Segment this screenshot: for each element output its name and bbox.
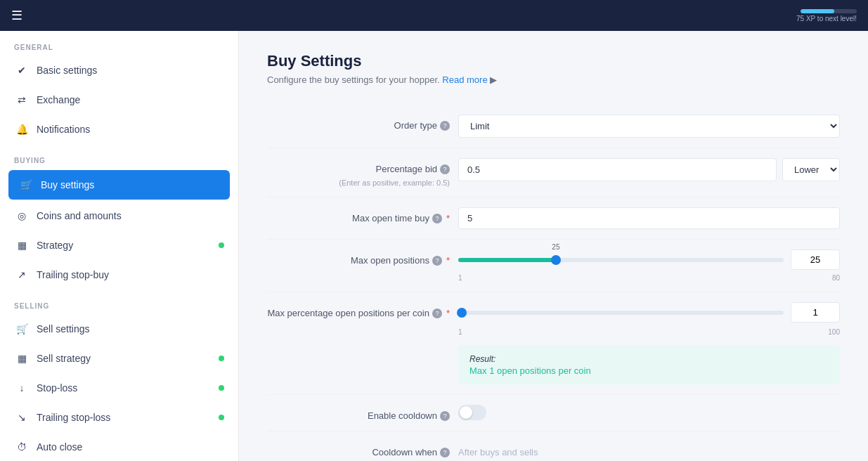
strategy-dot — [219, 242, 224, 248]
sidebar-item-label: Notifications — [37, 124, 90, 135]
xp-bar-container: 75 XP to next level! — [796, 9, 857, 22]
percentage-bid-row: Percentage bid ? (Enter as positive, exa… — [267, 148, 840, 197]
max-open-positions-value[interactable] — [791, 249, 840, 270]
sidebar-item-label: Sell strategy — [37, 353, 91, 364]
max-open-time-buy-input[interactable] — [458, 207, 840, 229]
max-open-positions-slider-container: 25 1 80 — [458, 249, 840, 282]
cooldown-when-help-icon[interactable]: ? — [440, 448, 450, 457]
sidebar-item-label: Basic settings — [37, 65, 97, 76]
sell-strategy-icon: ▦ — [14, 351, 30, 366]
sidebar-item-trailing-stop-loss[interactable]: ↘ Trailing stop-loss — [0, 403, 238, 432]
max-pct-value[interactable] — [791, 302, 840, 323]
xp-text: 75 XP to next level! — [796, 15, 857, 22]
max-open-time-buy-label: Max open time buy ? * — [267, 207, 450, 223]
check-icon: ✔ — [14, 63, 30, 78]
max-open-positions-row: Max open positions ? * 25 — [267, 240, 840, 292]
result-label: Result: — [469, 354, 829, 364]
sidebar-item-sell-strategy[interactable]: ▦ Sell strategy — [0, 344, 238, 373]
stop-loss-icon: ↓ — [14, 380, 30, 396]
percentage-bid-option-select[interactable]: Lower — [782, 158, 840, 181]
page-subtitle: Configure the buy settings for your hopp… — [267, 74, 840, 85]
topbar: ☰ 75 XP to next level! — [0, 0, 868, 31]
selling-section-label: SELLING — [0, 290, 238, 314]
sidebar-item-label: Trailing stop-buy — [37, 269, 109, 280]
buy-settings-icon: 🛒 — [18, 177, 34, 193]
sidebar-item-basic-settings[interactable]: ✔ Basic settings — [0, 56, 238, 85]
main-layout: GENERAL ✔ Basic settings ⇄ Exchange 🔔 No… — [0, 31, 868, 461]
sidebar-item-coins-amounts[interactable]: ◎ Coins and amounts — [0, 201, 238, 230]
sidebar-item-trailing-stop-buy[interactable]: ↗ Trailing stop-buy — [0, 260, 238, 290]
menu-icon[interactable]: ☰ — [11, 8, 22, 23]
required-star-2: * — [446, 255, 450, 266]
content: Buy Settings Configure the buy settings … — [239, 31, 868, 461]
max-open-positions-slider-wrapper: 25 — [458, 253, 784, 267]
sidebar: GENERAL ✔ Basic settings ⇄ Exchange 🔔 No… — [0, 31, 239, 461]
sidebar-item-label: Stop-loss — [37, 382, 77, 394]
required-star-3: * — [446, 308, 450, 318]
auto-close-icon: ⏱ — [14, 439, 30, 455]
buying-section-label: BUYING — [0, 144, 238, 169]
page-title: Buy Settings — [267, 52, 840, 70]
enable-cooldown-help-icon[interactable]: ? — [440, 411, 450, 421]
max-open-positions-thumb[interactable] — [551, 255, 561, 265]
sell-settings-icon: 🛒 — [14, 321, 30, 337]
slider-marker-25: 25 — [552, 243, 559, 251]
cooldown-when-row: Cooldown when ? After buys and sells — [267, 431, 840, 461]
max-open-positions-label: Max open positions ? * — [267, 249, 450, 266]
xp-bar — [801, 9, 857, 13]
read-more-link[interactable]: Read more — [442, 74, 487, 85]
max-open-time-buy-help-icon[interactable]: ? — [432, 214, 442, 223]
trailing-stop-buy-icon: ↗ — [14, 267, 30, 283]
percentage-bid-hint: (Enter as positive, example: 0.5) — [267, 178, 450, 187]
sidebar-item-label: Coins and amounts — [37, 210, 122, 221]
required-star: * — [446, 213, 450, 223]
result-box: Result: Max 1 open positions per coin — [458, 346, 840, 384]
cooldown-when-value: After buys and sells — [458, 441, 538, 457]
max-pct-help-icon[interactable]: ? — [432, 309, 442, 318]
order-type-select[interactable]: Limit — [458, 115, 840, 138]
strategy-icon: ▦ — [14, 238, 30, 253]
percentage-bid-input[interactable] — [458, 158, 777, 181]
max-pct-labels: 1 100 — [458, 328, 840, 336]
max-open-positions-track — [458, 258, 784, 262]
sidebar-item-label: Buy settings — [41, 179, 94, 190]
max-open-positions-help-icon[interactable]: ? — [432, 256, 442, 266]
max-pct-thumb[interactable] — [457, 308, 467, 318]
percentage-bid-inputs: Lower — [458, 158, 840, 181]
sidebar-item-label: Strategy — [37, 240, 73, 251]
max-open-positions-labels: 1 80 — [458, 274, 840, 282]
sidebar-item-auto-close[interactable]: ⏱ Auto close — [0, 432, 238, 461]
sidebar-item-sell-settings[interactable]: 🛒 Sell settings — [0, 314, 238, 344]
xp-fill — [801, 9, 834, 13]
enable-cooldown-label: Enable cooldown ? — [267, 405, 450, 421]
trailing-stop-loss-icon: ↘ — [14, 410, 30, 425]
enable-cooldown-toggle[interactable] — [458, 405, 486, 420]
result-value: Max 1 open positions per coin — [469, 365, 829, 376]
stop-loss-dot — [219, 385, 224, 391]
percentage-bid-help-icon[interactable]: ? — [440, 164, 450, 174]
sidebar-item-buy-settings[interactable]: 🛒 Buy settings — [8, 170, 230, 200]
percentage-bid-label: Percentage bid ? (Enter as positive, exa… — [267, 158, 450, 187]
topbar-left: ☰ — [11, 8, 22, 23]
trailing-stop-loss-dot — [219, 415, 224, 420]
sidebar-item-label: Trailing stop-loss — [37, 412, 110, 423]
order-type-row: Order type ? Limit — [267, 105, 840, 148]
sidebar-item-label: Exchange — [37, 94, 80, 105]
topbar-right: 75 XP to next level! — [796, 9, 857, 22]
sidebar-item-stop-loss[interactable]: ↓ Stop-loss — [0, 373, 238, 403]
sell-strategy-dot — [219, 356, 224, 361]
general-section-label: GENERAL — [0, 31, 238, 56]
order-type-help-icon[interactable]: ? — [440, 121, 450, 131]
max-pct-label: Max percentage open positions per coin ?… — [267, 302, 450, 318]
max-open-time-buy-row: Max open time buy ? * — [267, 197, 840, 240]
coins-icon: ◎ — [14, 208, 30, 223]
max-open-positions-slider-row: 25 — [458, 249, 840, 270]
max-open-positions-fill — [458, 258, 556, 262]
sidebar-item-exchange[interactable]: ⇄ Exchange — [0, 85, 238, 115]
cooldown-when-label: Cooldown when ? — [267, 441, 450, 457]
sidebar-item-notifications[interactable]: 🔔 Notifications — [0, 115, 238, 144]
max-pct-track — [458, 311, 784, 315]
bell-icon: 🔔 — [14, 122, 30, 137]
sidebar-item-strategy[interactable]: ▦ Strategy — [0, 230, 238, 260]
sidebar-item-label: Auto close — [37, 441, 82, 453]
